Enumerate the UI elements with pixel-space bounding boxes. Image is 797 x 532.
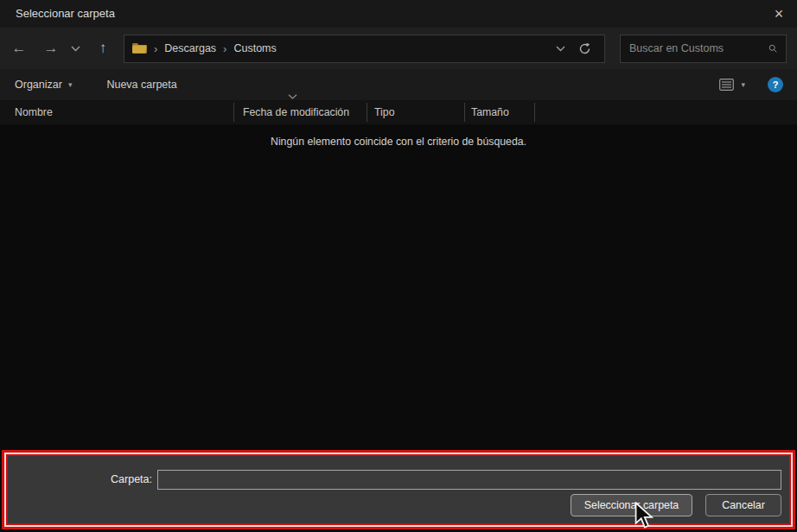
breadcrumb-item-descargas[interactable]: Descargas <box>164 42 216 54</box>
new-folder-button[interactable]: Nueva carpeta <box>106 79 176 91</box>
toolbar-right-group: ▾ ? <box>719 77 797 92</box>
cancel-button[interactable]: Cancelar <box>705 494 781 516</box>
chevron-down-icon <box>71 46 80 52</box>
address-dropdown-button[interactable] <box>549 46 571 52</box>
column-header-fecha[interactable]: Fecha de modificación <box>243 100 349 124</box>
column-divider <box>534 103 535 122</box>
up-button[interactable]: ↑ <box>90 35 116 61</box>
column-header-row: Nombre Fecha de modificación Tipo Tamaño <box>0 100 797 124</box>
address-bar[interactable]: › Descargas › Customs <box>124 35 605 63</box>
close-button[interactable]: × <box>762 0 795 28</box>
sort-indicator-icon <box>288 94 297 99</box>
window-title: Seleccionar carpeta <box>16 0 115 28</box>
title-bar: Seleccionar carpeta × <box>0 0 797 28</box>
forward-button[interactable]: → <box>38 35 64 61</box>
breadcrumb-separator: › <box>154 42 157 55</box>
view-options-button[interactable]: ▾ <box>719 79 745 91</box>
chevron-down-icon: ▾ <box>68 80 73 89</box>
organize-button[interactable]: Organizar ▾ <box>15 79 72 91</box>
select-folder-button[interactable]: Seleccionar carpeta <box>571 494 692 516</box>
up-arrow-icon: ↑ <box>99 40 107 57</box>
file-list-area: Ningún elemento coincide con el criterio… <box>0 124 797 450</box>
column-header-tamano[interactable]: Tamaño <box>471 100 509 124</box>
back-button[interactable]: ← <box>6 35 32 61</box>
refresh-icon <box>578 42 591 55</box>
folder-icon <box>131 42 147 54</box>
column-header-nombre[interactable]: Nombre <box>15 100 53 124</box>
forward-arrow-icon: → <box>44 40 59 57</box>
annotation-highlight-box <box>2 450 795 529</box>
refresh-button[interactable] <box>571 42 597 55</box>
column-divider <box>464 103 465 122</box>
back-arrow-icon: ← <box>12 40 27 57</box>
column-divider <box>233 103 234 122</box>
column-divider <box>367 103 367 122</box>
breadcrumb-separator: › <box>223 42 226 55</box>
mouse-cursor <box>634 502 654 529</box>
select-folder-dialog: Seleccionar carpeta × ← → ↑ › Descargas <box>0 0 797 532</box>
breadcrumb-item-customs[interactable]: Customs <box>233 42 276 54</box>
organize-label: Organizar <box>15 79 62 91</box>
recent-locations-button[interactable] <box>66 35 85 61</box>
chevron-down-icon <box>556 46 565 52</box>
details-view-icon <box>719 79 734 91</box>
empty-state-message: Ningún elemento coincide con el criterio… <box>0 136 797 148</box>
column-header-tipo[interactable]: Tipo <box>374 100 394 124</box>
navigation-bar: ← → ↑ › Descargas › Customs <box>0 28 797 69</box>
search-input[interactable] <box>629 42 768 54</box>
search-icon[interactable] <box>768 42 777 54</box>
help-button[interactable]: ? <box>768 77 783 92</box>
help-icon: ? <box>773 79 779 90</box>
chevron-down-icon: ▾ <box>741 80 745 89</box>
close-icon: × <box>775 5 784 23</box>
search-box <box>620 35 787 63</box>
folder-label: Carpeta: <box>78 473 152 485</box>
folder-name-input[interactable] <box>157 470 781 490</box>
new-folder-label: Nueva carpeta <box>106 79 176 91</box>
command-toolbar: Organizar ▾ Nueva carpeta ▾ ? <box>0 69 797 100</box>
